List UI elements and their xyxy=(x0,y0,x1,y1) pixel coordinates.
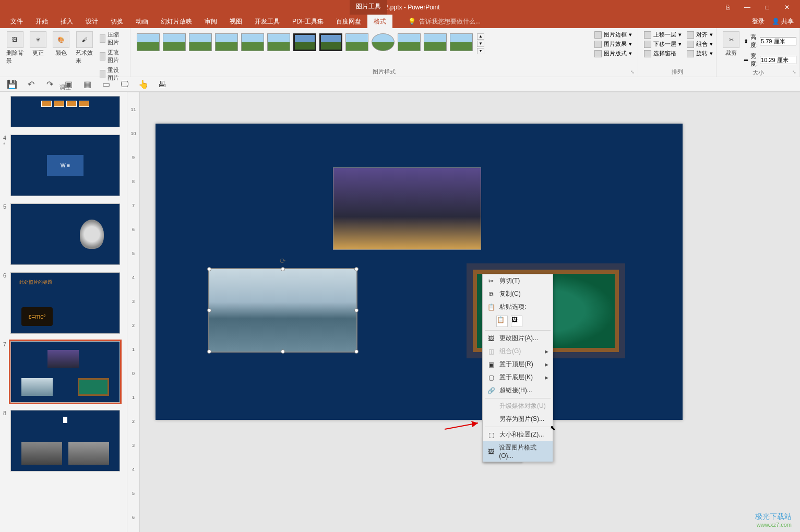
cm-change-picture[interactable]: 🖼更改图片(A)... xyxy=(483,332,553,345)
tell-me-search[interactable]: 💡 告诉我您想要做什么... xyxy=(408,17,481,26)
tab-transitions[interactable]: 切换 xyxy=(104,15,129,29)
tab-design[interactable]: 设计 xyxy=(79,15,104,29)
save-button[interactable]: 💾 xyxy=(7,80,17,89)
slide-canvas[interactable]: ⟳ xyxy=(156,124,683,420)
tab-developer[interactable]: 开发工具 xyxy=(248,15,286,29)
qat-button-4[interactable]: ▣ xyxy=(64,80,73,89)
paste-option-2[interactable]: 🖼 xyxy=(511,316,522,327)
change-picture-button[interactable]: 更改图片 xyxy=(98,48,126,65)
vertical-ruler[interactable]: 1110987654321012345678910 xyxy=(127,92,140,532)
style-thumb-6[interactable] xyxy=(267,33,290,51)
picture-styles-dialog-launcher[interactable]: ⤡ xyxy=(629,69,636,75)
slide-thumb-3[interactable] xyxy=(10,96,120,127)
style-thumb-13[interactable] xyxy=(450,33,473,51)
picture-effects-button[interactable]: 图片效果 ▾ xyxy=(593,40,634,49)
qat-button-5[interactable]: ▦ xyxy=(82,80,92,89)
resize-handle-r[interactable] xyxy=(354,308,359,312)
color-button[interactable]: 🎨 颜色 xyxy=(51,30,71,58)
slide-thumb-8[interactable] xyxy=(10,410,120,471)
resize-handle-l[interactable] xyxy=(207,308,211,312)
cm-send-to-back[interactable]: ▢置于底层(K)▶ xyxy=(483,371,553,384)
style-thumb-12[interactable] xyxy=(424,33,447,51)
slide-thumb-6[interactable]: 此处照片的标题 ε=mc² xyxy=(10,272,120,334)
compress-pictures-button[interactable]: 压缩图片 xyxy=(98,30,126,47)
tab-slideshow[interactable]: 幻灯片放映 xyxy=(154,15,198,29)
cm-format-picture[interactable]: 🖼设置图片格式(O)... xyxy=(483,441,553,462)
tab-insert[interactable]: 插入 xyxy=(54,15,79,29)
picture-border-button[interactable]: 图片边框 ▾ xyxy=(593,30,634,39)
resize-handle-b[interactable] xyxy=(281,349,285,354)
style-thumb-10[interactable] xyxy=(372,33,395,51)
cm-cut[interactable]: ✂剪切(T) xyxy=(483,274,553,287)
picture-layout-button[interactable]: 图片版式 ▾ xyxy=(593,49,634,58)
corrections-button[interactable]: ☀ 更正 xyxy=(28,30,49,58)
style-thumb-11[interactable] xyxy=(398,33,421,51)
minimize-button[interactable]: — xyxy=(739,2,755,13)
redo-button[interactable]: ↷ xyxy=(45,80,54,89)
close-button[interactable]: ✕ xyxy=(779,2,795,13)
selection-pane-button[interactable]: 选择窗格 xyxy=(642,49,683,58)
style-thumb-4[interactable] xyxy=(215,33,238,51)
gallery-more-button[interactable]: ▾ xyxy=(477,48,484,54)
compress-icon xyxy=(100,34,106,43)
rotation-handle[interactable]: ⟳ xyxy=(280,257,286,265)
style-thumb-3[interactable] xyxy=(189,33,212,51)
slide-thumb-5[interactable] xyxy=(10,203,120,265)
paste-option-1[interactable]: 📋 xyxy=(496,316,508,327)
resize-handle-tr[interactable] xyxy=(354,267,359,271)
slide-thumbnail-panel[interactable]: 4 * W ≡ 5 6 此处照片的标题 ε=mc² 7 xyxy=(0,92,127,532)
resize-handle-br[interactable] xyxy=(354,349,359,354)
cm-bring-to-front[interactable]: ▣置于顶层(R)▶ xyxy=(483,358,553,371)
change-picture-icon: 🖼 xyxy=(487,334,495,343)
gallery-scroll-up[interactable]: ▲ xyxy=(477,33,484,40)
slide-thumb-4[interactable]: W ≡ xyxy=(10,135,120,196)
slideshow-button[interactable]: 🖵 xyxy=(120,80,129,89)
cm-save-as-picture[interactable]: 另存为图片(S)... xyxy=(483,413,553,426)
style-thumb-1[interactable] xyxy=(137,33,160,51)
start-from-beginning-button[interactable]: ▭ xyxy=(101,80,111,89)
rotate-button[interactable]: 旋转 ▾ xyxy=(685,49,714,58)
tab-baidu-netdisk[interactable]: 百度网盘 xyxy=(330,15,367,29)
cm-copy[interactable]: ⧉复制(C) xyxy=(483,287,553,300)
city-night-image[interactable] xyxy=(333,167,481,250)
tab-view[interactable]: 视图 xyxy=(223,15,248,29)
remove-background-button[interactable]: 🖼 删除背景 xyxy=(4,30,26,66)
gallery-scroll-down[interactable]: ▼ xyxy=(477,41,484,47)
align-button[interactable]: 对齐 ▾ xyxy=(685,30,714,39)
resize-handle-t[interactable] xyxy=(281,267,285,271)
resize-handle-bl[interactable] xyxy=(207,349,211,354)
crop-button[interactable]: ✂ 裁剪 xyxy=(721,30,742,58)
height-input[interactable] xyxy=(760,37,796,45)
tab-format[interactable]: 格式 xyxy=(367,15,392,29)
style-thumb-9[interactable] xyxy=(345,33,368,51)
send-backward-button[interactable]: 下移一层 ▾ xyxy=(642,40,683,49)
cm-hyperlink[interactable]: 🔗超链接(H)... xyxy=(483,384,553,397)
touch-mode-button[interactable]: 👆 xyxy=(139,80,148,89)
group-button[interactable]: 组合 ▾ xyxy=(685,40,714,49)
artistic-effects-button[interactable]: 🖌 艺术效果 xyxy=(74,30,95,66)
style-thumb-7[interactable] xyxy=(293,33,316,51)
quick-print-button[interactable]: 🖶 xyxy=(158,80,167,89)
ribbon-display-options-button[interactable]: ⎘ xyxy=(720,2,735,13)
style-thumb-2[interactable] xyxy=(163,33,186,51)
tab-file[interactable]: 文件 xyxy=(4,15,29,29)
mountain-lake-image[interactable]: ⟳ xyxy=(209,269,357,352)
style-thumb-8[interactable] xyxy=(319,33,342,51)
width-input[interactable] xyxy=(760,56,796,64)
tab-review[interactable]: 审阅 xyxy=(198,15,223,29)
tab-animations[interactable]: 动画 xyxy=(129,15,154,29)
bring-forward-button[interactable]: 上移一层 ▾ xyxy=(642,30,683,39)
share-button[interactable]: 👤 共享 xyxy=(772,17,794,26)
tab-home[interactable]: 开始 xyxy=(29,15,54,29)
sign-in-button[interactable]: 登录 xyxy=(752,17,765,26)
slide-canvas-viewport[interactable]: ⟳ ✂剪切(T) ⧉复制(C) xyxy=(140,92,800,532)
cm-size-and-position[interactable]: ⬚大小和位置(Z)... xyxy=(483,428,553,441)
slide-thumb-7[interactable] xyxy=(10,341,120,403)
style-thumb-5[interactable] xyxy=(241,33,264,51)
picture-style-gallery[interactable]: ▲ ▼ ▾ xyxy=(135,30,588,57)
maximize-button[interactable]: □ xyxy=(759,2,775,13)
undo-button[interactable]: ↶ xyxy=(26,80,35,89)
tab-pdf-tools[interactable]: PDF工具集 xyxy=(286,15,330,29)
size-dialog-launcher[interactable]: ⤡ xyxy=(791,69,797,75)
resize-handle-tl[interactable] xyxy=(207,267,211,271)
